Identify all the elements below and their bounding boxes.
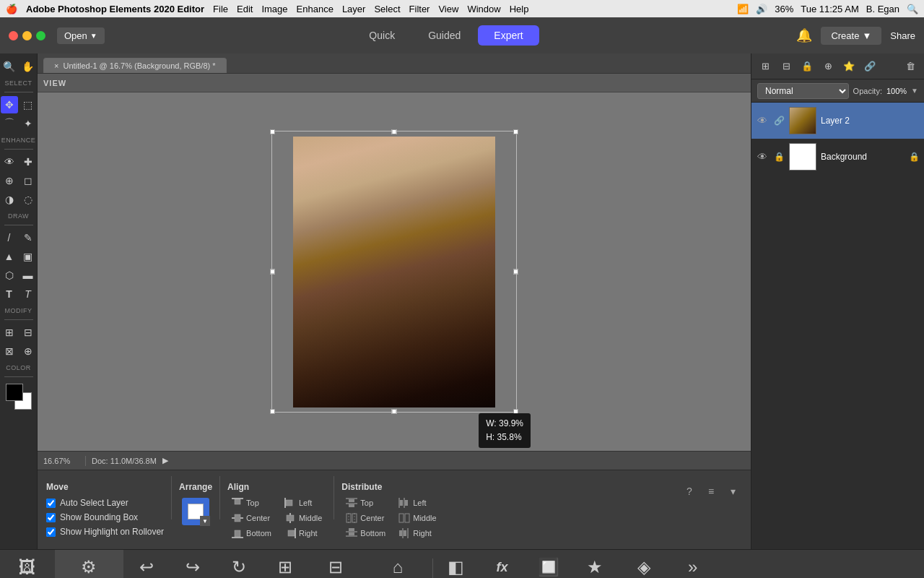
help-button[interactable]: ? xyxy=(680,482,699,501)
eyedropper-tool[interactable]: ⬡ xyxy=(1,267,18,284)
canvas-tab[interactable]: × Untitled-1 @ 16.7% (Background, RGB/8)… xyxy=(43,58,227,73)
distribute-top-button[interactable]: Top xyxy=(341,496,390,509)
transform-handle-top-center[interactable] xyxy=(392,129,397,134)
clone-tool[interactable]: ⊕ xyxy=(1,172,18,189)
transform-handle-middle-right[interactable] xyxy=(513,269,518,275)
filters-button[interactable]: 🔲 Filters xyxy=(526,550,572,578)
arrange-tool[interactable]: ⊕ xyxy=(19,342,37,360)
distribute-left-button[interactable]: Left xyxy=(394,496,440,509)
blur-tool[interactable]: ◌ xyxy=(19,191,37,208)
transform-handle-top-right[interactable] xyxy=(513,129,518,134)
tab-close-button[interactable]: × xyxy=(54,61,58,70)
zoom-tool[interactable]: 🔍 xyxy=(1,58,18,75)
distribute-center-button[interactable]: Center xyxy=(341,512,390,525)
layer-item-layer2[interactable]: 👁 🔗 Layer 2 xyxy=(751,103,924,139)
dodge-tool[interactable]: ◑ xyxy=(1,191,18,208)
straighten-tool[interactable]: ⊟ xyxy=(19,324,37,341)
create-button[interactable]: Create ▼ xyxy=(821,27,881,45)
layout-button[interactable]: ⊞ Layout xyxy=(262,550,308,578)
rotate-button[interactable]: ↻ Rotate xyxy=(216,550,262,578)
color-indicator[interactable] xyxy=(6,384,32,410)
undo-button[interactable]: ↩ Undo xyxy=(123,550,170,578)
canvas-workspace[interactable]: W: 39.9% H: 35.8% xyxy=(38,92,751,451)
home-screen-button[interactable]: ⌂ Home Screen xyxy=(363,550,432,578)
styles-button[interactable]: ★ Styles xyxy=(572,550,618,578)
hand-tool[interactable]: ✋ xyxy=(19,58,37,75)
expert-mode-button[interactable]: Expert xyxy=(478,25,539,46)
arrange-control[interactable]: ▼ xyxy=(182,498,209,525)
distribute-right-button[interactable]: Right xyxy=(394,527,440,540)
magic-wand-tool[interactable]: ✦ xyxy=(19,115,37,132)
layer-visibility-icon[interactable]: 👁 xyxy=(756,150,769,163)
panel-tool-6[interactable]: 🔗 xyxy=(860,57,879,76)
panel-tool-7[interactable]: 🗑 xyxy=(901,57,920,76)
crop-tool[interactable]: ⊞ xyxy=(1,324,18,341)
opacity-dropdown[interactable]: ▼ xyxy=(911,87,918,95)
foreground-color-swatch[interactable] xyxy=(6,384,23,401)
pencil-tool[interactable]: ✎ xyxy=(19,229,37,246)
graphics-button[interactable]: ◈ Graphics xyxy=(618,550,670,578)
transform-handle-bottom-center[interactable] xyxy=(392,409,397,414)
close-button[interactable] xyxy=(9,31,18,40)
tool-options-button[interactable]: ⚙ Tool Options : xyxy=(55,550,123,578)
options-menu-button[interactable]: ≡ xyxy=(702,482,720,501)
move-tool[interactable]: ✥ xyxy=(1,96,18,113)
align-center-vertical-button[interactable]: Center xyxy=(227,512,276,525)
notifications-button[interactable]: 🔔 xyxy=(796,27,812,43)
quick-mode-button[interactable]: Quick xyxy=(353,25,411,46)
options-collapse-button[interactable]: ▾ xyxy=(723,482,742,501)
red-eye-tool[interactable]: 👁 xyxy=(1,153,18,171)
photo-bin-button[interactable]: 🖼 Photo Bin xyxy=(0,550,55,578)
open-button[interactable]: Open ▼ xyxy=(57,27,105,44)
menu-window[interactable]: Window xyxy=(467,4,500,14)
paint-bucket-tool[interactable]: ▲ xyxy=(1,248,18,265)
heal-tool[interactable]: ✚ xyxy=(19,153,37,171)
menu-enhance[interactable]: Enhance xyxy=(297,4,334,14)
apple-menu[interactable]: 🍎 xyxy=(6,4,17,14)
more-button[interactable]: » More xyxy=(670,550,716,578)
layers-button[interactable]: ◧ Layers xyxy=(433,550,479,578)
auto-select-checkbox[interactable] xyxy=(46,499,56,508)
distribute-middle-button[interactable]: Middle xyxy=(394,512,440,525)
text-vertical-tool[interactable]: T xyxy=(19,285,37,303)
text-tool[interactable]: T xyxy=(1,285,18,303)
redo-button[interactable]: ↪ Redo xyxy=(170,550,216,578)
align-left-button[interactable]: Left xyxy=(280,496,326,509)
align-top-button[interactable]: Top xyxy=(227,496,276,509)
brush-tool[interactable]: / xyxy=(1,229,18,246)
distribute-bottom-button[interactable]: Bottom xyxy=(341,527,390,540)
effects-button[interactable]: fx Effects xyxy=(479,550,526,578)
layer-lock-icon[interactable]: 🔗 xyxy=(773,115,785,126)
transform-handle-top-left[interactable] xyxy=(270,129,275,134)
menu-file[interactable]: File xyxy=(213,4,228,14)
show-bounding-checkbox[interactable] xyxy=(46,513,56,522)
align-right-button[interactable]: Right xyxy=(280,527,326,540)
show-highlight-checkbox[interactable] xyxy=(46,527,56,537)
align-bottom-button[interactable]: Bottom xyxy=(227,527,276,540)
maximize-button[interactable] xyxy=(36,31,45,40)
eraser-tool[interactable]: ◻ xyxy=(19,172,37,189)
lasso-tool[interactable]: ⌒ xyxy=(1,115,18,132)
menu-filter[interactable]: Filter xyxy=(409,4,430,14)
search-icon[interactable]: 🔍 xyxy=(907,4,918,14)
arrange-dropdown[interactable]: ▼ xyxy=(200,516,210,526)
panel-tool-5[interactable]: ⭐ xyxy=(840,57,858,76)
menu-layer[interactable]: Layer xyxy=(342,4,366,14)
align-middle-horizontal-button[interactable]: Middle xyxy=(280,512,326,525)
status-arrow[interactable]: ▶ xyxy=(162,456,168,465)
transform-handle-bottom-left[interactable] xyxy=(270,409,275,414)
panel-tool-2[interactable]: ⊟ xyxy=(777,57,796,76)
panel-tool-1[interactable]: ⊞ xyxy=(756,57,775,76)
layer-visibility-icon[interactable]: 👁 xyxy=(756,114,769,127)
transform-tool[interactable]: ⊠ xyxy=(1,342,18,360)
gradient-tool[interactable]: ▣ xyxy=(19,248,37,265)
menu-view[interactable]: View xyxy=(438,4,458,14)
menu-help[interactable]: Help xyxy=(510,4,529,14)
panel-tool-4[interactable]: ⊕ xyxy=(819,57,837,76)
marquee-tool[interactable]: ⬚ xyxy=(19,96,37,113)
guided-mode-button[interactable]: Guided xyxy=(412,25,476,46)
menu-image[interactable]: Image xyxy=(261,4,287,14)
organizer-button[interactable]: ⊟ Organizer xyxy=(308,550,363,578)
layer-mode-select[interactable]: Normal xyxy=(757,83,849,99)
layer-item-background[interactable]: 👁 🔒 Background 🔒 xyxy=(751,139,924,175)
